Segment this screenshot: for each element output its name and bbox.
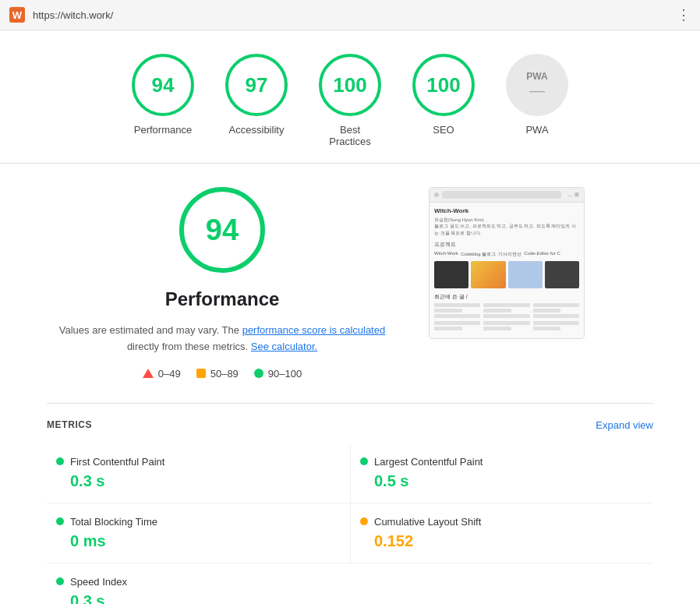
legend-pass: 90–100 (254, 368, 302, 380)
lcp-name: Largest Contentful Paint (374, 456, 483, 468)
metrics-grid: First Contentful Paint 0.3 s Largest Con… (47, 443, 653, 604)
browser-bar: W https://witch.work/ ⋮ (0, 0, 700, 30)
preview-col-1 (434, 303, 480, 320)
si-name: Speed Index (70, 576, 127, 588)
preview-footer-col-1 (434, 321, 480, 332)
main-content: 94 Performance Values are estimated and … (0, 164, 700, 403)
fcp-value: 0.3 s (56, 472, 341, 490)
pwa-label: PWA (525, 124, 548, 136)
scores-section: 94 Performance 97 Accessibility 100 Best… (0, 30, 700, 164)
preview-col-3 (533, 303, 579, 320)
score-accessibility[interactable]: 97 Accessibility (225, 54, 288, 136)
metric-lcp-header: Largest Contentful Paint (360, 456, 644, 468)
metric-fcp-header: First Contentful Paint (56, 456, 341, 468)
right-panel: … ⊞ Witch-Work 유승한(Sung Hyun Kim) 블로그 글도… (429, 187, 585, 339)
legend-fail: 0–49 (143, 368, 181, 380)
metrics-section: METRICS Expand view First Contentful Pai… (0, 404, 700, 604)
browser-url: https://witch.work/ (33, 9, 669, 21)
preview-desc: 유승한(Sung Hyun Kim) 블로그 글도 쓰고, 프로젝트도 하고, … (434, 217, 579, 236)
preview-rows (434, 303, 579, 320)
preview-site-name: Witch-Work (434, 207, 579, 214)
site-icon: W (9, 7, 25, 23)
best-practices-circle: 100 (319, 54, 381, 116)
tbt-value: 0 ms (56, 532, 341, 550)
expand-view-button[interactable]: Expand view (596, 419, 653, 431)
metrics-title: METRICS (47, 419, 92, 430)
seo-label: SEO (433, 124, 454, 136)
metric-fcp: First Contentful Paint 0.3 s (47, 443, 350, 503)
legend-average: 50–89 (196, 368, 239, 380)
calculator-link[interactable]: See calculator. (251, 341, 317, 352)
score-best-practices[interactable]: 100 BestPractices (319, 54, 381, 147)
pwa-dash: — (529, 82, 545, 100)
metric-cls: Cumulative Layout Shift 0.152 (350, 503, 653, 563)
metric-lcp: Largest Contentful Paint 0.5 s (350, 443, 653, 503)
score-performance[interactable]: 94 Performance (132, 54, 194, 136)
si-status-dot (56, 578, 64, 585)
score-pwa[interactable]: PWA — PWA (506, 54, 568, 136)
preview-url-bar (442, 191, 561, 199)
accessibility-label: Accessibility (229, 124, 285, 136)
preview-footer (434, 321, 579, 332)
preview-dot (434, 193, 439, 197)
pwa-label-inner: PWA (526, 71, 547, 82)
fail-icon (143, 369, 154, 378)
tbt-name: Total Blocking Time (70, 516, 157, 528)
big-performance-circle: 94 (179, 187, 265, 273)
metric-cls-header: Cumulative Layout Shift (360, 516, 644, 528)
metric-si-header: Speed Index (56, 576, 341, 588)
cls-status-dot (360, 517, 368, 525)
preview-card-1 (434, 261, 468, 288)
lcp-status-dot (360, 457, 368, 465)
preview-tags: Witch-WorkCodeblog 블로그기사이연선Code-Editor f… (434, 251, 579, 258)
preview-col-2 (483, 303, 529, 320)
metric-si: Speed Index 0.3 s (47, 563, 350, 604)
cls-name: Cumulative Layout Shift (374, 516, 481, 528)
tbt-status-dot (56, 517, 64, 525)
preview-cards-grid (434, 261, 579, 288)
pass-icon (254, 369, 263, 378)
pwa-circle: PWA — (506, 54, 568, 116)
preview-card-2 (471, 261, 505, 288)
si-value: 0.3 s (56, 592, 341, 604)
browser-menu-button[interactable]: ⋮ (677, 6, 691, 23)
metric-tbt: Total Blocking Time 0 ms (47, 503, 350, 563)
lcp-value: 0.5 s (360, 472, 644, 490)
preview-actions: … ⊞ (567, 192, 579, 198)
preview-content: Witch-Work 유승한(Sung Hyun Kim) 블로그 글도 쓰고,… (430, 203, 584, 338)
perf-score-link[interactable]: performance score is calculated (242, 324, 386, 336)
score-seo[interactable]: 100 SEO (412, 54, 475, 136)
left-panel: 94 Performance Values are estimated and … (47, 187, 398, 380)
preview-recent: 최근에 쓴 글 / (434, 293, 579, 301)
accessibility-circle: 97 (225, 54, 288, 116)
screenshot-preview: … ⊞ Witch-Work 유승한(Sung Hyun Kim) 블로그 글도… (429, 187, 585, 339)
preview-card-4 (545, 261, 579, 288)
performance-title: Performance (47, 288, 398, 310)
metrics-header: METRICS Expand view (47, 419, 653, 431)
seo-circle: 100 (412, 54, 475, 116)
fcp-status-dot (56, 457, 64, 465)
score-legend: 0–49 50–89 90–100 (47, 368, 398, 380)
preview-browser-bar: … ⊞ (430, 188, 584, 203)
performance-circle: 94 (132, 54, 194, 116)
preview-projects: 프로젝트 (434, 241, 579, 249)
average-icon (196, 369, 206, 378)
preview-card-3 (508, 261, 543, 288)
preview-footer-col-3 (533, 321, 579, 332)
best-practices-label: BestPractices (329, 124, 370, 147)
performance-description: Values are estimated and may vary. The p… (47, 323, 398, 355)
svg-text:W: W (12, 9, 23, 21)
cls-value: 0.152 (360, 532, 644, 550)
metric-tbt-header: Total Blocking Time (56, 516, 341, 528)
preview-footer-col-2 (483, 321, 529, 332)
performance-label: Performance (134, 124, 192, 136)
fcp-name: First Contentful Paint (70, 456, 164, 468)
